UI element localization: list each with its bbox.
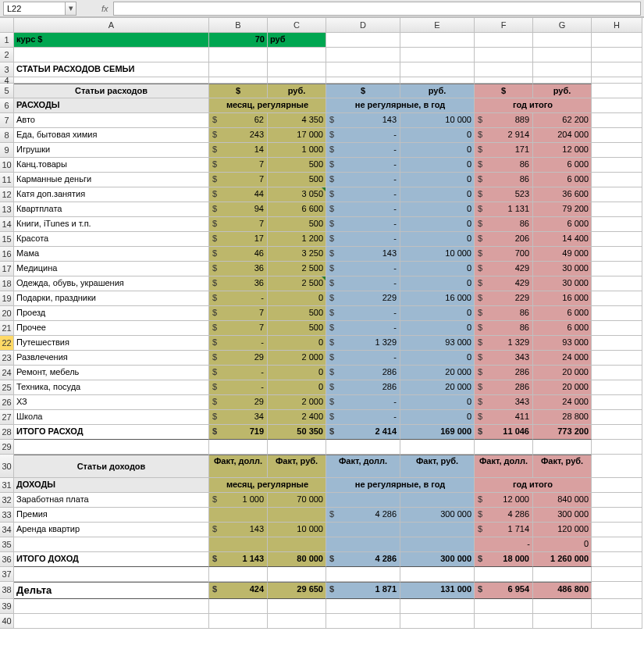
cell[interactable]: 0: [400, 351, 475, 366]
cell[interactable]: [268, 440, 326, 455]
cell[interactable]: 0: [400, 143, 475, 158]
cell[interactable]: [209, 537, 268, 552]
cell[interactable]: [475, 567, 533, 582]
row-header[interactable]: 25: [0, 380, 14, 395]
col-header[interactable]: E: [400, 18, 475, 33]
cell[interactable]: [268, 599, 326, 614]
row-header[interactable]: 14: [0, 217, 14, 232]
cell[interactable]: [592, 478, 642, 493]
cell[interactable]: $-: [326, 173, 400, 187]
cell[interactable]: не регулярные, в год: [326, 98, 475, 113]
cell[interactable]: $143: [209, 523, 268, 537]
cell[interactable]: Прочее: [14, 321, 209, 336]
cell[interactable]: [400, 48, 475, 62]
cell[interactable]: РАСХОДЫ: [14, 98, 209, 113]
row-header[interactable]: 35: [0, 537, 14, 552]
cell[interactable]: 12 000: [533, 143, 592, 158]
row-header[interactable]: 11: [0, 173, 14, 187]
cell[interactable]: Книги, iTunes и т.п.: [14, 217, 209, 232]
row-header[interactable]: 22: [0, 336, 14, 351]
cell[interactable]: 131 000: [400, 582, 475, 599]
cell[interactable]: $-: [326, 410, 400, 425]
cell[interactable]: $4 286: [326, 508, 400, 523]
cell[interactable]: $-: [326, 351, 400, 366]
cell[interactable]: $-: [209, 380, 268, 395]
row-header[interactable]: 31: [0, 478, 14, 493]
cell[interactable]: [592, 84, 642, 98]
cell[interactable]: Красота: [14, 232, 209, 247]
cell[interactable]: Авто: [14, 113, 209, 128]
cell[interactable]: 49 000: [533, 247, 592, 262]
cell[interactable]: $86: [475, 173, 533, 187]
cell[interactable]: [326, 493, 400, 508]
cell[interactable]: [592, 291, 642, 306]
spreadsheet-grid[interactable]: ABCDEFGH1курс $70руб23СТАТЬИ РАСХОДОВ СЕ…: [0, 17, 644, 629]
cell[interactable]: 2 000: [268, 395, 326, 410]
cell[interactable]: 0: [400, 306, 475, 321]
cell[interactable]: $429: [475, 276, 533, 291]
cell[interactable]: Развлечения: [14, 351, 209, 366]
cell[interactable]: Премия: [14, 508, 209, 523]
cell[interactable]: Факт, долл.: [475, 455, 533, 478]
cell[interactable]: [209, 599, 268, 614]
cell[interactable]: $171: [475, 143, 533, 158]
cell[interactable]: руб.: [533, 84, 592, 98]
cell[interactable]: [326, 77, 400, 84]
cell[interactable]: $229: [475, 291, 533, 306]
cell[interactable]: [592, 62, 642, 77]
cell[interactable]: 24 000: [533, 395, 592, 410]
cell[interactable]: [14, 440, 209, 455]
cell[interactable]: Дельта: [14, 582, 209, 599]
cell[interactable]: 17 000: [268, 128, 326, 143]
cell[interactable]: $7: [209, 173, 268, 187]
cell[interactable]: 500: [268, 321, 326, 336]
cell[interactable]: [533, 614, 592, 629]
cell[interactable]: не регулярные, в год: [326, 478, 475, 493]
cell[interactable]: 1 260 000: [533, 552, 592, 567]
cell[interactable]: 0: [400, 128, 475, 143]
cell[interactable]: курс $: [14, 33, 209, 48]
cell[interactable]: $-: [326, 202, 400, 217]
cell[interactable]: [475, 599, 533, 614]
cell[interactable]: [592, 306, 642, 321]
cell[interactable]: $-: [326, 143, 400, 158]
cell[interactable]: 16 000: [400, 291, 475, 306]
cell[interactable]: $243: [209, 128, 268, 143]
cell[interactable]: Факт, долл.: [326, 455, 400, 478]
cell[interactable]: 29 650: [268, 582, 326, 599]
cell[interactable]: [533, 599, 592, 614]
cell[interactable]: 204 000: [533, 128, 592, 143]
cell[interactable]: 0: [533, 537, 592, 552]
cell[interactable]: 80 000: [268, 552, 326, 567]
cell[interactable]: Факт, долл.: [209, 455, 268, 478]
select-all[interactable]: [0, 18, 14, 33]
cell[interactable]: 0: [400, 321, 475, 336]
cell[interactable]: $-: [326, 158, 400, 173]
cell[interactable]: [14, 567, 209, 582]
cell[interactable]: $-: [326, 232, 400, 247]
cell[interactable]: 24 000: [533, 351, 592, 366]
row-header[interactable]: 1: [0, 33, 14, 48]
cell[interactable]: $1 714: [475, 523, 533, 537]
cell[interactable]: 6 000: [533, 217, 592, 232]
cell[interactable]: 500: [268, 217, 326, 232]
cell[interactable]: [326, 48, 400, 62]
cell[interactable]: год итого: [475, 478, 592, 493]
cell[interactable]: [592, 33, 642, 48]
cell[interactable]: Факт, руб.: [268, 455, 326, 478]
cell[interactable]: $2 414: [326, 425, 400, 440]
row-header[interactable]: 10: [0, 158, 14, 173]
cell[interactable]: 500: [268, 158, 326, 173]
cell[interactable]: Карманные деньги: [14, 173, 209, 187]
cell[interactable]: $143: [326, 113, 400, 128]
cell[interactable]: Игрушки: [14, 143, 209, 158]
cell[interactable]: [592, 351, 642, 366]
cell[interactable]: $1 329: [475, 336, 533, 351]
cell[interactable]: [209, 62, 268, 77]
cell[interactable]: $286: [326, 366, 400, 380]
cell[interactable]: 6 000: [533, 321, 592, 336]
cell[interactable]: 0: [400, 217, 475, 232]
cell[interactable]: [592, 410, 642, 425]
cell[interactable]: $143: [326, 247, 400, 262]
cell[interactable]: 6 600: [268, 202, 326, 217]
